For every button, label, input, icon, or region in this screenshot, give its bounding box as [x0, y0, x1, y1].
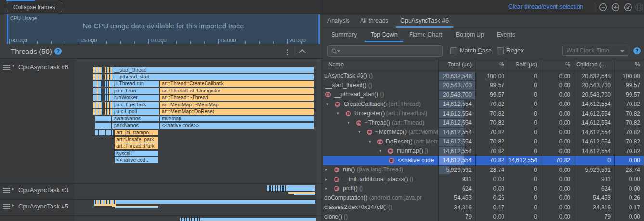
- table-row[interactable]: m<<native code14,612,55470.8214,612,5547…: [323, 156, 644, 166]
- cell-children: 0: [574, 156, 615, 166]
- threads-options-kebab-icon[interactable]: [285, 48, 289, 56]
- regex-label[interactable]: Regex: [506, 42, 524, 59]
- cell-total: 14,612,554: [439, 118, 476, 128]
- cell-children: 14,612,554: [574, 118, 615, 128]
- method-name: classes2.dex+0x347c8() (): [324, 203, 392, 212]
- search-options-arrow-icon[interactable]: [337, 50, 340, 52]
- tree-collapse-arrow-icon[interactable]: ▾: [379, 148, 382, 153]
- table-row[interactable]: doComputation() (android.com.java.pr54,4…: [323, 194, 644, 203]
- cpu-usage-panel[interactable]: CPU Usage No CPU usage data available fo…: [7, 14, 320, 44]
- zoom-out-icon[interactable]: [599, 3, 607, 12]
- cell-total: 14,612,554: [439, 156, 476, 166]
- thread-name-label[interactable]: CpuAsyncTask #3: [18, 185, 68, 195]
- thread-expand-arrow-icon[interactable]: ▸: [12, 186, 14, 191]
- thread-collapse-arrow-icon[interactable]: ▾: [12, 63, 14, 68]
- table-row[interactable]: ▾mCreateCallback() (art::Thread)14,612,5…: [323, 100, 644, 109]
- match-case-label[interactable]: Match Case: [460, 42, 492, 59]
- column-header-name[interactable]: Name: [323, 59, 439, 71]
- table-row[interactable]: ▸m__init_additional_stacks() ()9310.0000…: [323, 175, 644, 184]
- column-header--[interactable]: %: [541, 59, 574, 71]
- column-header-self-s-[interactable]: Self (µs): [508, 59, 541, 71]
- axis-tick: [176, 41, 177, 44]
- subtab-summary[interactable]: Summary: [331, 28, 357, 41]
- threads-help-icon[interactable]: ?: [54, 48, 62, 55]
- method-icon: m: [389, 158, 394, 163]
- cell-children: 14,612,554: [574, 137, 615, 147]
- cell-self-pct: 0.00: [541, 109, 574, 118]
- tree-collapse-arrow-icon[interactable]: ▾: [358, 130, 361, 134]
- table-row[interactable]: uAsyncTask #6() ()20,632,548100.0000.002…: [323, 71, 644, 81]
- table-row[interactable]: __start_thread() ()20,543,70099.5700.002…: [323, 81, 644, 91]
- table-row[interactable]: classes2.dex+0x347c8() ()34,3160.1700.00…: [323, 203, 644, 212]
- cell-self: 0: [508, 184, 541, 194]
- cell-self-pct: 0.00: [541, 90, 574, 100]
- thread-name-label[interactable]: CpuAsyncTask #6: [18, 63, 68, 72]
- method-icon: m: [335, 102, 340, 107]
- table-row[interactable]: m__pthread_start() ()20,543,70099.5700.0…: [323, 90, 644, 100]
- subtab-flame-chart[interactable]: Flame Chart: [409, 28, 442, 41]
- table-header-row: NameTotal (µs)%Self (µs)%Children (...%: [323, 59, 644, 71]
- cell-self: 0: [508, 71, 541, 81]
- tab-cpuasynctask-6[interactable]: CpuAsyncTask #6: [400, 14, 449, 27]
- cell-children-pct: 0.17: [615, 203, 644, 212]
- collapse-section-chevron-icon[interactable]: [299, 49, 306, 56]
- subtab-bottom-up[interactable]: Bottom Up: [456, 28, 484, 41]
- tree-collapse-arrow-icon[interactable]: ▾: [326, 102, 329, 106]
- clock-mode-dropdown[interactable]: Wall Clock Time: [562, 46, 628, 56]
- search-field[interactable]: [327, 45, 443, 57]
- cell-name: __start_thread() (): [323, 81, 439, 91]
- cell-total-pct: 0.26: [476, 194, 508, 203]
- axis-tick: [120, 41, 121, 44]
- tree-collapse-arrow-icon[interactable]: ▾: [337, 111, 339, 116]
- table-row[interactable]: ▾m~MemMap() (art::MemM14,612,55470.8200.…: [323, 128, 644, 137]
- clock-mode-value: Wall Clock Time: [567, 46, 609, 55]
- cell-total: 54,453: [439, 194, 476, 203]
- tab-all-threads[interactable]: All threads: [360, 14, 388, 27]
- method-name: DoReset() (art::MemM: [386, 137, 439, 147]
- thread-drag-handle-icon[interactable]: [3, 188, 10, 193]
- axis-tick: [273, 41, 274, 44]
- column-header--[interactable]: %: [476, 59, 508, 71]
- cell-name: ▾m~Thread() (art::Thread): [323, 118, 439, 128]
- zoom-in-icon[interactable]: [611, 3, 620, 12]
- match-case-checkbox[interactable]: [450, 47, 457, 54]
- tree-collapse-arrow-icon[interactable]: ▾: [348, 120, 350, 125]
- thread-drag-handle-icon[interactable]: [3, 204, 10, 209]
- thread-drag-handle-icon[interactable]: [3, 65, 10, 70]
- thread-expand-arrow-icon[interactable]: ▸: [12, 202, 14, 208]
- filter-help-icon[interactable]: ?: [633, 47, 641, 54]
- table-row[interactable]: ▸mrun() (java.lang.Thread)5,929,59128.74…: [323, 165, 644, 175]
- tree-expand-arrow-icon[interactable]: ▸: [325, 186, 328, 191]
- reset-zoom-icon[interactable]: [624, 3, 632, 12]
- table-row[interactable]: ▾m~Thread() (art::Thread)14,612,55470.82…: [323, 118, 644, 128]
- subtab-top-down[interactable]: Top Down: [371, 28, 398, 41]
- column-header-total-s-[interactable]: Total (µs): [439, 59, 476, 71]
- regex-checkbox[interactable]: [497, 47, 504, 54]
- collapse-frames-button[interactable]: Collapse frames: [7, 2, 62, 12]
- cell-total: 14,612,554: [439, 100, 476, 109]
- thread-track-separator: [0, 183, 323, 184]
- cell-self-pct: 0.00: [541, 146, 574, 156]
- table-row[interactable]: clone() ()790.0000.00790.00: [323, 212, 644, 221]
- threads-scrollbar[interactable]: [316, 59, 321, 221]
- thread-name-label[interactable]: CpuAsyncTask #5: [18, 202, 68, 211]
- table-row[interactable]: ▾mUnregister() (art::ThreadList)14,612,5…: [323, 109, 644, 118]
- cell-children-pct: 70.82: [615, 100, 644, 109]
- cell-total: 624: [439, 184, 476, 194]
- subtab-events[interactable]: Events: [497, 28, 515, 41]
- tree-expand-arrow-icon[interactable]: ▸: [325, 177, 328, 182]
- tab-analysis[interactable]: Analysis: [327, 14, 350, 27]
- clear-thread-event-selection-link[interactable]: Clear thread/event selection: [508, 0, 583, 14]
- table-row[interactable]: ▾mmunmap() ()14,612,55470.8200.0014,612,…: [323, 146, 644, 156]
- cell-children-pct: 100.00: [615, 71, 644, 81]
- cell-self-pct: 0.00: [541, 175, 574, 184]
- cell-name: ▾mCreateCallback() (art::Thread): [323, 100, 439, 109]
- search-input[interactable]: [342, 46, 440, 56]
- column-header--[interactable]: %: [615, 59, 644, 71]
- column-header-children-[interactable]: Children (...: [574, 59, 615, 71]
- table-row[interactable]: ▾mDoReset() (art::MemM14,612,55470.8200.…: [323, 137, 644, 147]
- table-row[interactable]: ▸mprctl() ()6240.0000.006240.00: [323, 184, 644, 194]
- tree-expand-arrow-icon[interactable]: ▸: [325, 167, 328, 172]
- cell-total-pct: 70.82: [476, 100, 508, 109]
- tree-collapse-arrow-icon[interactable]: ▾: [369, 139, 371, 144]
